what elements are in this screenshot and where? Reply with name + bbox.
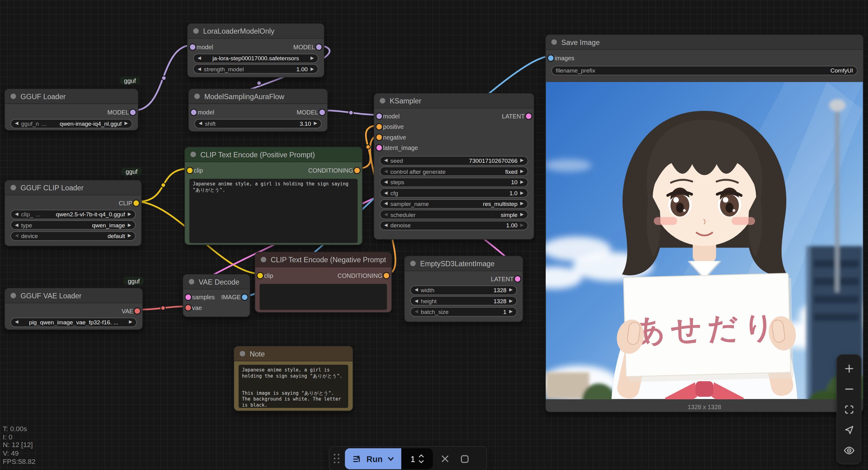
node-clip-text-encode-positive[interactable]: CLIP Text Encode (Positive Prompt) clip … xyxy=(184,147,362,245)
steps-widget[interactable]: ◀ steps 10 ▶ xyxy=(380,178,528,187)
input-port-negative[interactable] xyxy=(376,134,382,140)
clear-queue-button[interactable] xyxy=(438,452,452,466)
cursor-tool-button[interactable] xyxy=(840,421,857,438)
output-port-image[interactable] xyxy=(242,294,247,300)
generated-image-preview[interactable]: あせだり xyxy=(546,82,863,399)
zoom-out-button[interactable] xyxy=(840,380,857,397)
arrow-left-icon[interactable]: ◀ xyxy=(15,320,18,324)
input-port-model[interactable] xyxy=(376,113,382,119)
input-port-positive[interactable] xyxy=(376,124,382,129)
arrow-right-icon[interactable]: ▶ xyxy=(520,201,524,206)
note-textarea[interactable]: Japanese anime style, a girl is holding … xyxy=(239,365,348,408)
node-gguf-loader[interactable]: GGUF Loader MODEL ◀ gguf_n ... qwen-imag… xyxy=(4,88,138,130)
arrow-right-icon[interactable]: ▶ xyxy=(128,223,131,227)
collapse-dot-icon[interactable] xyxy=(190,152,196,157)
zoom-in-button[interactable] xyxy=(840,360,857,377)
arrow-left-icon[interactable]: ◀ xyxy=(384,158,388,162)
input-port-clip[interactable] xyxy=(187,167,192,173)
input-port-samples[interactable] xyxy=(185,294,191,300)
arrow-left-icon[interactable]: ◀ xyxy=(384,191,388,195)
arrow-left-icon[interactable]: ◀ xyxy=(384,223,388,227)
output-port-model[interactable] xyxy=(130,109,135,115)
input-port-images[interactable] xyxy=(548,55,554,61)
collapse-dot-icon[interactable] xyxy=(10,293,16,298)
arrow-right-icon[interactable]: ▶ xyxy=(310,67,314,71)
node-header[interactable]: Save Image xyxy=(546,35,863,50)
output-port-clip[interactable] xyxy=(133,200,139,206)
denoise-widget[interactable]: ◀ denoise 1.00 ▶ xyxy=(380,221,528,230)
node-vae-decode[interactable]: VAE Decode samples IMAGE vae xyxy=(183,274,250,317)
clip-name-widget[interactable]: ◀ clip_ ... qwen2.5-vl-7b-it-q4_0.gguf ▶ xyxy=(10,210,135,219)
stepper-down-icon[interactable] xyxy=(418,460,424,463)
node-header[interactable]: GGUF CLIP Loader xyxy=(5,181,141,195)
collapse-dot-icon[interactable] xyxy=(261,257,266,262)
input-port-latent-image[interactable] xyxy=(376,145,382,150)
arrow-right-icon[interactable]: ▶ xyxy=(129,320,132,324)
node-graph-canvas[interactable]: gguf gguf gguf LoraLoaderModelOnly model… xyxy=(0,0,868,470)
arrow-left-icon[interactable]: ◀ xyxy=(15,223,18,227)
device-widget[interactable]: ◀ device default ▶ xyxy=(10,231,135,241)
collapse-dot-icon[interactable] xyxy=(193,28,199,34)
arrow-right-icon[interactable]: ▶ xyxy=(509,299,513,303)
node-empty-sd3-latent-image[interactable]: EmptySD3LatentImage LATENT ◀ width 1328 … xyxy=(404,256,523,322)
filename-prefix-widget[interactable]: filename_prefix ComfyUI xyxy=(551,65,857,75)
arrow-left-icon[interactable]: ◀ xyxy=(384,212,388,217)
cfg-widget[interactable]: ◀ cfg 1.0 ▶ xyxy=(380,188,528,198)
collapse-dot-icon[interactable] xyxy=(380,98,385,103)
arrow-right-icon[interactable]: ▶ xyxy=(520,212,524,217)
arrow-right-icon[interactable]: ▶ xyxy=(125,121,128,125)
node-save-image[interactable]: Save Image images filename_prefix ComfyU… xyxy=(546,34,864,412)
arrow-right-icon[interactable]: ▶ xyxy=(310,56,314,60)
node-header[interactable]: EmptySD3LatentImage xyxy=(405,256,523,271)
height-widget[interactable]: ◀ height 1328 ▶ xyxy=(410,296,517,306)
run-button[interactable]: Run xyxy=(345,448,402,469)
input-port-model[interactable] xyxy=(191,109,196,115)
collapse-dot-icon[interactable] xyxy=(410,261,416,266)
input-port-model[interactable] xyxy=(190,44,195,50)
arrow-right-icon[interactable]: ▶ xyxy=(520,191,524,195)
output-port-latent[interactable] xyxy=(515,276,520,282)
arrow-left-icon[interactable]: ◀ xyxy=(415,288,418,292)
node-lora-loader-model-only[interactable]: LoraLoaderModelOnly model MODEL ◀ ja-lor… xyxy=(187,23,324,77)
arrow-left-icon[interactable]: ◀ xyxy=(384,201,388,206)
lora-name-widget[interactable]: ◀ ja-lora-step00017000.safetensors ▶ xyxy=(193,54,318,63)
output-port-vae[interactable] xyxy=(135,308,140,314)
node-gguf-clip-loader[interactable]: GGUF CLIP Loader CLIP ◀ clip_ ... qwen2.… xyxy=(4,180,142,246)
stepper-up-icon[interactable] xyxy=(418,455,424,458)
arrow-left-icon[interactable]: ◀ xyxy=(198,56,201,60)
output-port-model[interactable] xyxy=(319,109,325,115)
input-port-vae[interactable] xyxy=(185,305,191,310)
collapse-dot-icon[interactable] xyxy=(10,94,16,99)
arrow-left-icon[interactable]: ◀ xyxy=(15,233,18,238)
collapse-dot-icon[interactable] xyxy=(194,94,200,99)
width-widget[interactable]: ◀ width 1328 ▶ xyxy=(410,285,517,295)
gguf-name-widget[interactable]: ◀ gguf_n ... qwen-image-iq4_nl.gguf ▶ xyxy=(10,119,132,128)
node-ksampler[interactable]: KSampler model LATENT positive negative … xyxy=(374,93,534,240)
output-port-latent[interactable] xyxy=(526,113,531,119)
output-port-model[interactable] xyxy=(316,44,322,50)
node-header[interactable]: VAE Decode xyxy=(183,275,250,289)
seed-widget[interactable]: ◀ seed 730017102670266 ▶ xyxy=(380,156,528,165)
collapse-dot-icon[interactable] xyxy=(10,185,16,190)
arrow-left-icon[interactable]: ◀ xyxy=(15,212,18,216)
collapse-dot-icon[interactable] xyxy=(551,39,557,45)
arrow-right-icon[interactable]: ▶ xyxy=(520,169,524,174)
type-widget[interactable]: ◀ type qwen_image ▶ xyxy=(10,220,135,230)
arrow-right-icon[interactable]: ▶ xyxy=(520,158,524,162)
drag-handle[interactable] xyxy=(334,454,340,464)
fit-view-button[interactable] xyxy=(840,401,857,417)
arrow-right-icon[interactable]: ▶ xyxy=(128,212,131,216)
node-header[interactable]: ModelSamplingAuraFlow xyxy=(189,89,327,104)
arrow-left-icon[interactable]: ◀ xyxy=(384,169,388,174)
toggle-visibility-button[interactable] xyxy=(840,442,857,458)
node-model-sampling-auraflow[interactable]: ModelSamplingAuraFlow model MODEL ◀ shif… xyxy=(188,88,328,132)
control-after-generate-widget[interactable]: ◀ control after generate fixed ▶ xyxy=(380,166,528,176)
output-port-conditioning[interactable] xyxy=(383,273,389,278)
node-header[interactable]: CLIP Text Encode (Positive Prompt) xyxy=(185,147,362,162)
arrow-right-icon[interactable]: ▶ xyxy=(520,223,524,227)
arrow-left-icon[interactable]: ◀ xyxy=(384,180,388,184)
arrow-right-icon[interactable]: ▶ xyxy=(509,309,513,314)
arrow-left-icon[interactable]: ◀ xyxy=(415,309,418,314)
chevron-down-icon[interactable] xyxy=(387,455,395,463)
arrow-right-icon[interactable]: ▶ xyxy=(520,180,524,184)
